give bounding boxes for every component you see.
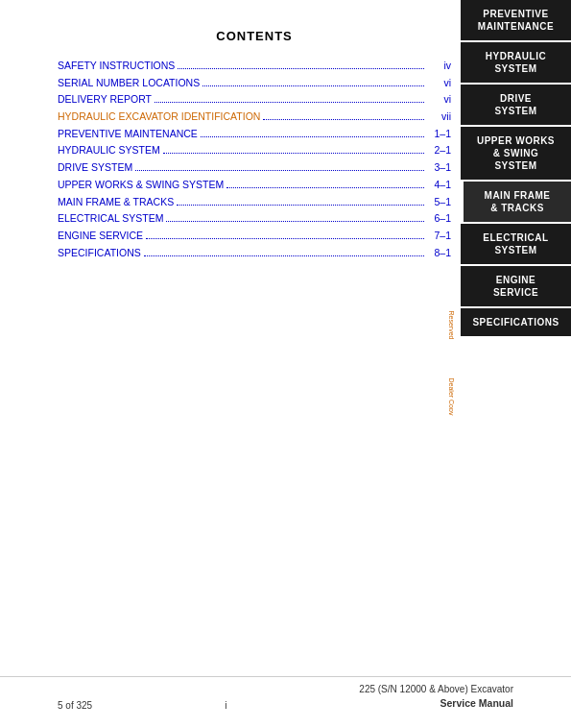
toc-label: ENGINE SERVICE xyxy=(58,229,143,243)
toc-label: DRIVE SYSTEM xyxy=(58,160,132,175)
toc-dots xyxy=(144,255,424,256)
toc-page: 6–1 xyxy=(427,211,451,226)
toc-row[interactable]: SPECIFICATIONS8–1 xyxy=(58,246,451,260)
toc-dots xyxy=(146,238,424,239)
toc-page: vii xyxy=(427,109,451,124)
footer-page-count: 5 of 325 xyxy=(58,700,92,711)
toc-page: 4–1 xyxy=(427,178,451,192)
toc-page: 7–1 xyxy=(427,229,451,243)
toc-label: DELIVERY REPORT xyxy=(58,92,152,107)
dealer-copy-text: Dealer Copy xyxy=(449,378,455,416)
toc-row[interactable]: HYDRAULIC EXCAVATOR IDENTIFICATIONvii xyxy=(58,109,451,124)
sidebar-tab-specifications[interactable]: SPECIFICATIONS xyxy=(461,308,571,336)
toc-label: ELECTRICAL SYSTEM xyxy=(58,211,163,226)
toc-row[interactable]: PREVENTIVE MAINTENANCE1–1 xyxy=(58,127,451,141)
toc-label: SAFETY INSTRUCTIONS xyxy=(58,59,175,73)
toc-dots xyxy=(201,136,424,137)
content-area: CONTENTS SAFETY INSTRUCTIONSivSERIAL NUM… xyxy=(58,29,451,262)
sidebar-tab-preventive-maintenance[interactable]: PREVENTIVEMAINTENANCE xyxy=(461,0,571,40)
toc-label: SPECIFICATIONS xyxy=(58,246,141,260)
toc-page: 8–1 xyxy=(427,246,451,260)
page-title: CONTENTS xyxy=(58,29,451,43)
toc-row[interactable]: ENGINE SERVICE7–1 xyxy=(58,229,451,243)
toc-dots xyxy=(178,68,424,69)
footer-title-line1: 225 (S/N 12000 & Above) Excavator xyxy=(359,684,513,694)
toc-dots xyxy=(163,153,424,154)
toc-label: PREVENTIVE MAINTENANCE xyxy=(58,127,198,141)
toc-dots xyxy=(135,170,424,171)
toc-label: HYDRAULIC SYSTEM xyxy=(58,143,160,158)
toc-label: HYDRAULIC EXCAVATOR IDENTIFICATION xyxy=(58,109,260,124)
toc-page: iv xyxy=(427,59,451,73)
toc-row[interactable]: DRIVE SYSTEM3–1 xyxy=(58,160,451,175)
toc-dots xyxy=(263,119,424,120)
sidebar-tab-main-frame-tracks[interactable]: MAIN FRAME& TRACKS xyxy=(461,182,571,222)
toc-dots xyxy=(177,205,424,206)
toc-row[interactable]: SAFETY INSTRUCTIONSiv xyxy=(58,59,451,73)
toc-row[interactable]: HYDRAULIC SYSTEM2–1 xyxy=(58,143,451,158)
sidebar-tab-drive-system[interactable]: DRIVESYSTEM xyxy=(461,85,571,125)
footer-title: 225 (S/N 12000 & Above) Excavator Servic… xyxy=(359,683,513,711)
toc-label: SERIAL NUMBER LOCATIONS xyxy=(58,76,200,90)
footer-title-line2: Service Manual xyxy=(440,697,513,709)
toc-row[interactable]: ELECTRICAL SYSTEM6–1 xyxy=(58,211,451,226)
toc-dots xyxy=(202,85,424,86)
toc-row[interactable]: UPPER WORKS & SWING SYSTEM4–1 xyxy=(58,178,451,192)
toc-dots xyxy=(166,221,424,222)
footer-page-number: i xyxy=(225,700,226,711)
toc-page: 1–1 xyxy=(427,127,451,141)
sidebar-tab-upper-works-swing-system[interactable]: UPPER WORKS& SWINGSYSTEM xyxy=(461,127,571,180)
toc-table: SAFETY INSTRUCTIONSivSERIAL NUMBER LOCAT… xyxy=(58,59,451,259)
toc-page: vi xyxy=(427,76,451,90)
toc-page: 3–1 xyxy=(427,160,451,175)
toc-page: 2–1 xyxy=(427,143,451,158)
toc-row[interactable]: MAIN FRAME & TRACKS5–1 xyxy=(58,195,451,209)
toc-page: vi xyxy=(427,92,451,107)
sidebar-tab-electrical-system[interactable]: ELECTRICALSYSTEM xyxy=(461,224,571,264)
vertical-text-area: Reserved Dealer Copy xyxy=(449,298,463,490)
toc-dots xyxy=(155,102,424,103)
reserved-text: Reserved xyxy=(449,311,455,340)
sidebar-tab-engine-service[interactable]: ENGINESERVICE xyxy=(461,266,571,306)
toc-label: MAIN FRAME & TRACKS xyxy=(58,195,174,209)
sidebar: PREVENTIVEMAINTENANCEHYDRAULICSYSTEMDRIV… xyxy=(461,0,571,338)
toc-page: 5–1 xyxy=(427,195,451,209)
toc-label: UPPER WORKS & SWING SYSTEM xyxy=(58,178,224,192)
toc-dots xyxy=(226,187,424,188)
footer: 5 of 325 i 225 (S/N 12000 & Above) Excav… xyxy=(0,676,571,711)
toc-row[interactable]: SERIAL NUMBER LOCATIONSvi xyxy=(58,76,451,90)
sidebar-tab-hydraulic-system[interactable]: HYDRAULICSYSTEM xyxy=(461,42,571,83)
page: CONTENTS SAFETY INSTRUCTIONSivSERIAL NUM… xyxy=(0,0,571,728)
toc-row[interactable]: DELIVERY REPORTvi xyxy=(58,92,451,107)
